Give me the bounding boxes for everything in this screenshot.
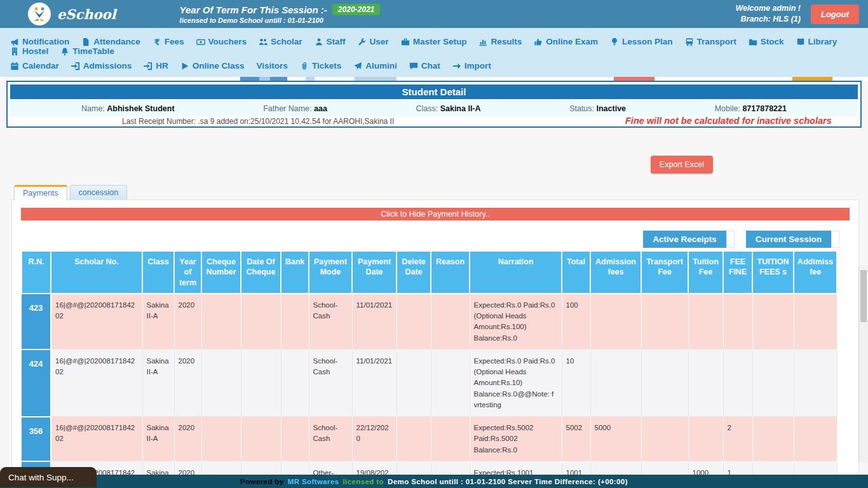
tab-payments[interactable]: Payments <box>14 185 67 200</box>
sign-in-icon <box>144 62 153 71</box>
nav-item-tickets[interactable]: Tickets <box>300 61 341 71</box>
nav-item-scholar[interactable]: Scholar <box>259 37 302 46</box>
student-field-mobile: Mobile: 8717878221 <box>715 104 787 113</box>
nav-item-notification[interactable]: Notification <box>10 37 69 46</box>
cell-total: 100 <box>562 294 590 350</box>
payments-tab-panel: Click to Hide Payment History.. Active R… <box>11 200 859 488</box>
field-value: aaa <box>314 104 327 113</box>
cell-delete-date <box>397 349 431 416</box>
nav-item-timetable[interactable]: TimeTable <box>60 46 114 56</box>
column-header-year-of-term: Year of term <box>174 251 201 294</box>
cell-date-of-cheque <box>241 349 281 416</box>
column-header-transport-fee: Transport Fee <box>641 251 688 294</box>
nav-item-label: Lesson Plan <box>622 37 673 46</box>
cell-fee-fine <box>723 349 752 416</box>
receipt-number-cell[interactable]: 356 <box>22 417 51 462</box>
nav-item-chat[interactable]: Chat <box>409 61 440 71</box>
cell-date-of-cheque <box>241 417 281 462</box>
nav-item-hostel[interactable]: Hostel <box>10 46 48 56</box>
nav-item-hr[interactable]: HR <box>144 61 168 71</box>
nav-item-label: Hostel <box>22 46 48 56</box>
cell-year-of-term: 2020 <box>174 294 201 350</box>
field-label: Class: <box>416 104 440 113</box>
bus-icon <box>685 37 694 46</box>
cell-payment-date: 22/12/2020 <box>352 417 397 462</box>
current-session-dropdown-stub[interactable] <box>831 231 839 248</box>
nav-item-label: Tickets <box>312 61 341 71</box>
nav-item-label: Stock <box>761 37 784 46</box>
nav-item-label: Online Exam <box>546 37 598 46</box>
comment-icon <box>409 62 418 71</box>
cell-admission-fees <box>590 349 641 416</box>
nav-item-library[interactable]: Library <box>796 37 837 46</box>
receipt-number-cell[interactable]: 424 <box>22 349 51 416</box>
nav-item-vouchers[interactable]: Vouchers <box>196 37 247 46</box>
nav-item-import[interactable]: Import <box>452 61 491 71</box>
tab-bar: Payments concession <box>14 185 868 200</box>
cell-addimiss-fee <box>794 417 837 462</box>
vertical-scrollbar-thumb[interactable] <box>860 270 867 322</box>
svg-text:₹: ₹ <box>154 37 159 46</box>
chart-icon <box>478 37 487 46</box>
fine-note: Fine will not be calculated for inactive… <box>625 117 832 125</box>
chat-with-support-button[interactable]: Chat with Supp... <box>0 467 97 487</box>
cell-delete-date <box>397 417 431 462</box>
field-label: Status: <box>569 104 596 113</box>
toggle-payment-history-bar[interactable]: Click to Hide Payment History.. <box>21 208 850 220</box>
nav-item-transport[interactable]: Transport <box>685 37 736 46</box>
column-header-total: Total <box>562 251 590 294</box>
nav-item-fees[interactable]: ₹Fees <box>153 37 184 46</box>
field-value: Sakina II-A <box>440 104 481 113</box>
nav-item-label: Attendance <box>93 37 140 46</box>
nav-item-online-class[interactable]: Online Class <box>180 61 245 71</box>
cell-date-of-cheque <box>241 294 281 350</box>
nav-item-results[interactable]: Results <box>478 37 522 46</box>
column-header-cheque-number: Cheque Number <box>201 251 241 294</box>
nav-item-admissions[interactable]: Admissions <box>71 61 132 71</box>
nav-item-visitors[interactable]: Visitors <box>257 61 288 71</box>
active-receipts-button[interactable]: Active Receipts <box>643 231 726 248</box>
cell-addimiss-fee <box>794 349 837 416</box>
nav-item-alumini[interactable]: Alumini <box>353 61 397 71</box>
field-label: Father Name: <box>263 104 314 113</box>
megaphone-icon <box>10 37 19 46</box>
table-row: 42416|@#@|20200817184202Sakina II-A2020S… <box>22 349 837 416</box>
nav-item-label: Scholar <box>271 37 302 46</box>
cell-tuition-fees-s <box>752 349 794 416</box>
nav-item-online-exam[interactable]: Online Exam <box>534 37 598 46</box>
welcome-line: Welcome admin ! <box>735 3 801 15</box>
nav-item-lesson-plan[interactable]: Lesson Plan <box>610 37 673 46</box>
cell-tuition-fees-s <box>752 294 794 350</box>
wrench-icon <box>358 37 367 46</box>
nav-item-label: HR <box>156 61 168 71</box>
nav-item-label: Staff <box>327 37 346 46</box>
cell-cheque-number <box>201 349 241 416</box>
play-icon <box>180 62 189 71</box>
clipped-info-row: Last Receipt Number: .sa 9 added on:25/1… <box>10 117 858 125</box>
cell-payment-mode: School-Cash <box>309 349 352 416</box>
nav-row-2: CalendarAdmissionsHROnline ClassVisitors… <box>4 58 864 73</box>
active-receipts-dropdown-stub[interactable] <box>726 231 735 248</box>
current-session-button[interactable]: Current Session <box>746 231 831 248</box>
export-excel-button[interactable]: Export Excel <box>651 156 713 173</box>
nav-item-master-setup[interactable]: Master Setup <box>401 37 467 46</box>
nav-item-calendar[interactable]: Calendar <box>10 61 59 71</box>
nav-item-staff[interactable]: Staff <box>315 37 346 46</box>
logout-button[interactable]: Logout <box>811 4 859 24</box>
nav-item-user[interactable]: User <box>358 37 389 46</box>
brand-name: eSchool <box>57 6 116 22</box>
cell-payment-mode: School-Cash <box>309 417 352 462</box>
cell-payment-date: 11/01/2021 <box>352 349 397 416</box>
column-header-payment-mode: Payment Mode <box>309 251 352 294</box>
receipt-number-cell[interactable]: 423 <box>22 294 51 350</box>
nav-item-label: Vouchers <box>208 37 247 46</box>
nav-item-stock[interactable]: Stock <box>749 37 784 46</box>
tab-concession[interactable]: concession <box>70 185 128 200</box>
eschool-logo-icon <box>28 3 51 25</box>
cell-transport-fee <box>641 349 688 416</box>
student-field-status: Status: Inactive <box>569 104 626 113</box>
vendor-link[interactable]: MR Softwares <box>288 478 339 485</box>
cell-class: Sakina II-A <box>142 417 174 462</box>
vertical-scrollbar[interactable] <box>858 266 868 463</box>
nav-item-attendance[interactable]: Attendance <box>81 37 140 46</box>
